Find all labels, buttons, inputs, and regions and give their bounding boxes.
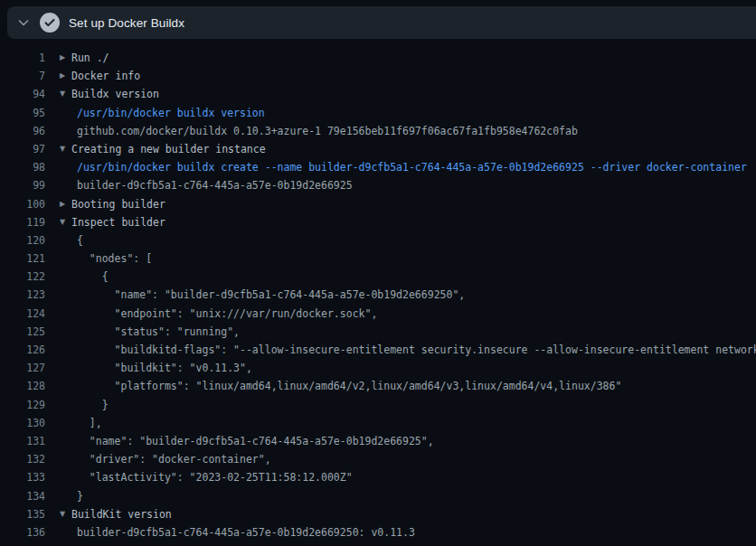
step-title: Set up Docker Buildx — [69, 16, 184, 30]
log-line[interactable]: 1 ▶ Run ./ — [0, 49, 756, 67]
log-text: "endpoint": "unix:///var/run/docker.sock… — [77, 305, 377, 323]
line-number[interactable]: 99 — [0, 176, 45, 194]
log-line: 130 ], — [0, 414, 756, 432]
line-number[interactable]: 100 — [0, 195, 45, 213]
log-line: 124 "endpoint": "unix:///var/run/docker.… — [0, 305, 756, 323]
group-title: Buildx version — [71, 85, 159, 103]
line-number[interactable]: 126 — [0, 341, 45, 359]
log-text: builder-d9cfb5a1-c764-445a-a57e-0b19d2e6… — [77, 176, 353, 194]
triangle-down-icon: ▼ — [60, 85, 71, 103]
log-line[interactable]: 97 ▼ Creating a new builder instance — [0, 140, 756, 158]
log-line[interactable]: 100 ▶ Booting builder — [0, 195, 756, 213]
line-number[interactable]: 94 — [0, 85, 45, 103]
log-line: 126 "buildkitd-flags": "--allow-insecure… — [0, 341, 756, 359]
log-text: { — [77, 268, 109, 286]
log-line[interactable]: 119 ▼ Inspect builder — [0, 213, 756, 231]
log-text: "buildkit": "v0.11.3", — [77, 359, 252, 377]
log-text: "status": "running", — [77, 323, 240, 341]
log-text: "nodes": [ — [77, 249, 152, 268]
group-title: Docker info — [71, 67, 140, 85]
log-line: 123 "name": "builder-d9cfb5a1-c764-445a-… — [0, 286, 756, 304]
triangle-right-icon: ▶ — [60, 67, 71, 85]
log-line: 133 "lastActivity": "2023-02-25T11:58:12… — [0, 468, 756, 486]
line-number[interactable]: 123 — [0, 286, 45, 304]
log-line: 99 builder-d9cfb5a1-c764-445a-a57e-0b19d… — [0, 176, 756, 194]
log-line: 125 "status": "running", — [0, 323, 756, 341]
line-number[interactable]: 131 — [0, 432, 45, 450]
line-number[interactable]: 95 — [0, 104, 45, 122]
log-line: 120 { — [0, 231, 756, 249]
log-line[interactable]: 7 ▶ Docker info — [0, 67, 756, 85]
triangle-down-icon: ▼ — [60, 505, 71, 523]
log-line: 129 } — [0, 396, 756, 414]
line-number[interactable]: 7 — [0, 67, 45, 85]
workflow-log-viewer: { "header": { "collapse_icon": "chevron-… — [0, 0, 756, 546]
log-text: "lastActivity": "2023-02-25T11:58:12.000… — [77, 468, 353, 486]
log-text: "driver": "docker-container", — [77, 450, 271, 468]
line-number[interactable]: 128 — [0, 377, 45, 395]
log-text: } — [77, 487, 83, 505]
triangle-right-icon: ▶ — [60, 195, 71, 213]
line-number[interactable]: 120 — [0, 231, 45, 249]
line-number[interactable]: 130 — [0, 414, 45, 432]
triangle-down-icon: ▼ — [60, 213, 71, 231]
log-text: } — [77, 396, 109, 414]
chevron-down-icon[interactable] — [13, 12, 34, 33]
line-number[interactable]: 132 — [0, 450, 45, 468]
log-line: 95 /usr/bin/docker buildx version — [0, 104, 756, 122]
log-line: 98 /usr/bin/docker buildx create --name … — [0, 158, 756, 176]
log-output[interactable]: 1 ▶ Run ./ 7 ▶ Docker info 94 ▼ Buildx v… — [0, 42, 756, 546]
line-number[interactable]: 125 — [0, 323, 45, 341]
group-title: Inspect builder — [71, 213, 165, 231]
log-text: /usr/bin/docker buildx create --name bui… — [77, 158, 747, 176]
triangle-down-icon: ▼ — [60, 140, 71, 158]
log-text: github.com/docker/buildx 0.10.3+azure-1 … — [77, 122, 578, 140]
log-text: builder-d9cfb5a1-c764-445a-a57e-0b19d2e6… — [77, 523, 415, 541]
log-text: { — [77, 231, 83, 249]
line-number[interactable]: 119 — [0, 213, 45, 231]
log-text: "platforms": "linux/amd64,linux/amd64/v2… — [77, 377, 621, 395]
log-line: 127 "buildkit": "v0.11.3", — [0, 359, 756, 377]
triangle-right-icon: ▶ — [60, 49, 71, 67]
log-line[interactable]: 94 ▼ Buildx version — [0, 85, 756, 103]
group-title: BuildKit version — [71, 505, 172, 523]
line-number[interactable]: 97 — [0, 140, 45, 158]
log-text: ], — [77, 414, 102, 432]
log-line: 121 "nodes": [ — [0, 249, 756, 268]
line-number[interactable]: 135 — [0, 505, 45, 523]
log-line: 136 builder-d9cfb5a1-c764-445a-a57e-0b19… — [0, 523, 756, 541]
check-circle-icon — [40, 13, 60, 33]
line-number[interactable]: 134 — [0, 487, 45, 505]
line-number[interactable]: 121 — [0, 249, 45, 268]
line-number[interactable]: 136 — [0, 523, 45, 541]
log-line: 122 { — [0, 268, 756, 286]
group-title: Run ./ — [71, 49, 109, 67]
line-number[interactable]: 129 — [0, 396, 45, 414]
line-number[interactable]: 124 — [0, 305, 45, 323]
line-number[interactable]: 1 — [0, 49, 45, 67]
line-number[interactable]: 122 — [0, 268, 45, 286]
log-text: "name": "builder-d9cfb5a1-c764-445a-a57e… — [77, 286, 465, 304]
line-number[interactable]: 133 — [0, 468, 45, 486]
log-text: "buildkitd-flags": "--allow-insecure-ent… — [77, 341, 756, 359]
log-line: 131 "name": "builder-d9cfb5a1-c764-445a-… — [0, 432, 756, 450]
step-header[interactable]: Set up Docker Buildx — [7, 6, 756, 39]
group-title: Booting builder — [71, 195, 165, 213]
log-line[interactable]: 135 ▼ BuildKit version — [0, 505, 756, 523]
log-text: /usr/bin/docker buildx version — [77, 104, 265, 122]
log-text: "name": "builder-d9cfb5a1-c764-445a-a57e… — [77, 432, 434, 450]
log-line: 128 "platforms": "linux/amd64,linux/amd6… — [0, 377, 756, 395]
line-number[interactable]: 127 — [0, 359, 45, 377]
line-number[interactable]: 98 — [0, 158, 45, 176]
log-line: 134 } — [0, 487, 756, 505]
line-number[interactable]: 96 — [0, 122, 45, 140]
log-line: 96 github.com/docker/buildx 0.10.3+azure… — [0, 122, 756, 140]
group-title: Creating a new builder instance — [71, 140, 266, 158]
log-line: 132 "driver": "docker-container", — [0, 450, 756, 468]
